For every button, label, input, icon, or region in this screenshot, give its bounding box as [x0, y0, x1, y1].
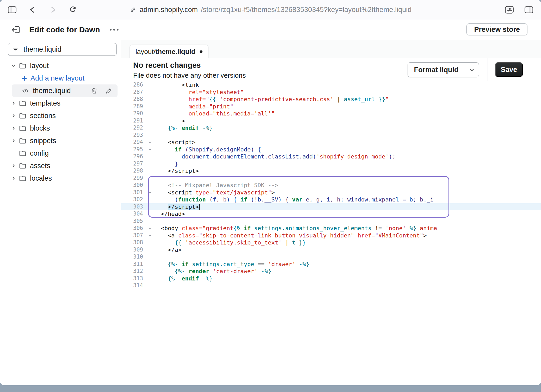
code-line-305[interactable]: 305 [121, 218, 541, 225]
tree-label: templates [30, 99, 60, 107]
code-line-306[interactable]: 306 <body class="gradient{% if settings.… [121, 225, 541, 232]
selected-file-row[interactable]: theme.liquid [12, 84, 118, 97]
editor-toolbar: No recent changes File does not have any… [121, 58, 541, 82]
fold-spacer [146, 175, 154, 182]
file-filter-input[interactable] [23, 45, 116, 54]
format-liquid-button[interactable]: Format liquid [408, 62, 479, 77]
code-line-296[interactable]: 296 document.documentElement.classList.a… [121, 153, 541, 160]
code-line-286[interactable]: 286 <link [121, 81, 541, 89]
code-line-311[interactable]: 311 {%- if settings.cart_type == 'drawer… [121, 261, 541, 268]
chevron-down-icon[interactable] [10, 63, 17, 69]
code-line-298[interactable]: 298 </script> [121, 167, 541, 175]
code-line-307[interactable]: 307 <a class="skip-to-content-link butto… [121, 232, 541, 239]
line-number: 289 [121, 103, 146, 110]
code-line-289[interactable]: 289 media="print" [121, 103, 541, 110]
text-caret [199, 204, 200, 210]
trash-icon[interactable] [90, 87, 98, 95]
code-text: <script> [154, 139, 195, 146]
sidebar-toggle-icon[interactable] [7, 5, 17, 14]
code-text: onload="this.media='all'" [154, 110, 275, 117]
forward-icon[interactable] [48, 5, 57, 14]
tab-theme-liquid[interactable]: layout/theme.liquid [130, 45, 208, 58]
tree-item-sections[interactable]: sections [0, 109, 121, 122]
code-text: if (Shopify.designMode) { [154, 146, 261, 153]
panel-right-icon[interactable] [524, 5, 534, 14]
code-editor[interactable]: 286 <link287 rel="stylesheet"288 href="{… [121, 81, 541, 289]
code-file-icon [21, 87, 29, 95]
fold-spacer [146, 218, 154, 225]
line-number: 287 [121, 89, 146, 96]
pencil-icon[interactable] [105, 87, 113, 95]
tree-item-templates[interactable]: templates [0, 97, 121, 109]
fold-chevron-icon[interactable] [146, 146, 154, 153]
chevron-right-icon[interactable] [10, 175, 17, 181]
chevron-down-icon[interactable] [465, 66, 479, 73]
fold-spacer [146, 196, 154, 203]
tree-item-config[interactable]: config [0, 147, 121, 160]
fold-spacer [146, 167, 154, 175]
fold-spacer [146, 96, 154, 103]
code-line-301[interactable]: 301 <script type="text/javascript"> [121, 189, 541, 196]
code-line-309[interactable]: 309 </a> [121, 246, 541, 254]
preview-store-button[interactable]: Preview store [466, 23, 527, 35]
code-line-299[interactable]: 299 [121, 175, 541, 182]
chevron-right-icon[interactable] [10, 125, 17, 131]
code-line-297[interactable]: 297 } [121, 160, 541, 168]
fold-spacer [146, 89, 154, 96]
code-line-295[interactable]: 295 if (Shopify.designMode) { [121, 146, 541, 153]
code-line-308[interactable]: 308 {{ 'accessibility.skip_to_text' | t … [121, 239, 541, 246]
file-tree: layoutAdd a new layouttheme.liquidtempla… [0, 59, 121, 185]
code-text: {%- endif -%} [154, 124, 213, 132]
line-number: 307 [121, 232, 146, 239]
save-button[interactable]: Save [495, 62, 523, 77]
line-number: 286 [121, 81, 146, 89]
code-line-313[interactable]: 313 {%- endif -%} [121, 275, 541, 282]
fold-chevron-icon[interactable] [146, 225, 154, 232]
code-text: (function (f, b) { if (!b.__SV) { var e,… [154, 196, 434, 203]
chevron-right-icon[interactable] [10, 138, 17, 144]
code-line-288[interactable]: 288 href="{{ 'component-predictive-searc… [121, 96, 541, 103]
code-line-294[interactable]: 294 <script> [121, 139, 541, 146]
url-bar[interactable]: admin.shopify.com/store/rzq1xu-f5/themes… [130, 0, 411, 20]
code-line-292[interactable]: 292 {%- endif -%} [121, 124, 541, 132]
code-line-303[interactable]: 303 </script> [121, 203, 541, 211]
code-line-312[interactable]: 312 {%- render 'cart-drawer' -%} [121, 268, 541, 275]
chevron-right-icon[interactable] [10, 100, 17, 106]
code-line-300[interactable]: 300 <!-- Mixpanel Javascript SDK --> [121, 182, 541, 189]
file-filter-field[interactable] [8, 43, 117, 56]
tree-label: sections [30, 112, 56, 120]
code-line-310[interactable]: 310 [121, 253, 541, 261]
line-number: 290 [121, 110, 146, 117]
tree-label: blocks [30, 124, 50, 132]
code-line-302[interactable]: 302 (function (f, b) { if (!b.__SV) { va… [121, 196, 541, 203]
code-line-304[interactable]: 304 </head> [121, 210, 541, 218]
tree-item-blocks[interactable]: blocks [0, 122, 121, 134]
more-options-icon[interactable] [109, 28, 119, 32]
fold-spacer [146, 275, 154, 282]
fold-chevron-icon[interactable] [146, 189, 154, 196]
tree-item-layout[interactable]: layout [0, 59, 121, 72]
code-line-287[interactable]: 287 rel="stylesheet" [121, 89, 541, 96]
editor-panel: layout/theme.liquid No recent changes Fi… [121, 40, 541, 385]
back-icon[interactable] [28, 5, 37, 14]
fold-chevron-icon[interactable] [146, 139, 154, 146]
code-line-314[interactable]: 314 [121, 282, 541, 289]
code-line-293[interactable]: 293 [121, 132, 541, 139]
exit-icon[interactable] [10, 24, 21, 35]
tree-item-theme-liquid[interactable]: theme.liquid [0, 84, 121, 97]
tree-item-locales[interactable]: locales [0, 172, 121, 185]
code-text: > [154, 117, 185, 125]
page-settings-icon[interactable] [505, 5, 514, 14]
chevron-right-icon[interactable] [10, 163, 17, 169]
tree-item-add-a-new-layout[interactable]: Add a new layout [0, 72, 121, 84]
line-number: 288 [121, 96, 146, 103]
folder-icon [19, 99, 27, 107]
fold-chevron-icon[interactable] [146, 232, 154, 239]
code-line-290[interactable]: 290 onload="this.media='all'" [121, 110, 541, 117]
tree-item-snippets[interactable]: snippets [0, 134, 121, 147]
code-line-291[interactable]: 291 > [121, 117, 541, 125]
chevron-right-icon[interactable] [10, 113, 17, 119]
tree-item-assets[interactable]: assets [0, 160, 121, 172]
line-number: 313 [121, 275, 146, 282]
reload-icon[interactable] [69, 6, 77, 14]
